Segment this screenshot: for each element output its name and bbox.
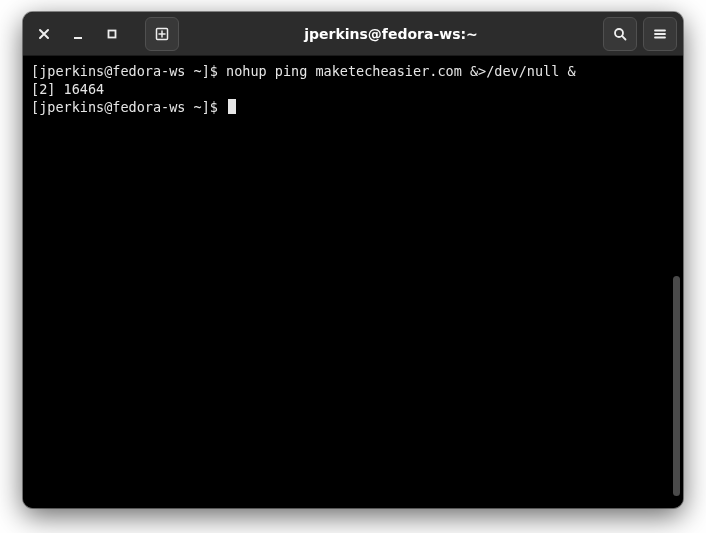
titlebar: jperkins@fedora-ws:~ <box>23 12 683 56</box>
window-controls-right <box>603 17 677 51</box>
close-button[interactable] <box>29 19 59 49</box>
scrollbar-thumb[interactable] <box>673 276 680 496</box>
maximize-icon <box>106 28 118 40</box>
new-tab-button[interactable] <box>145 17 179 51</box>
new-tab-icon <box>155 27 169 41</box>
minimize-icon <box>72 28 84 40</box>
svg-rect-0 <box>74 37 82 39</box>
window-title: jperkins@fedora-ws:~ <box>183 26 599 42</box>
minimize-button[interactable] <box>63 19 93 49</box>
search-icon <box>613 27 627 41</box>
menu-button[interactable] <box>643 17 677 51</box>
svg-rect-1 <box>109 30 116 37</box>
hamburger-icon <box>653 27 667 41</box>
terminal-window: jperkins@fedora-ws:~ [jperkins@fedora-ws… <box>23 12 683 508</box>
terminal-line: [jperkins@fedora-ws ~]$ nohup ping maket… <box>31 62 675 80</box>
close-icon <box>38 28 50 40</box>
terminal-prompt-text: [jperkins@fedora-ws ~]$ <box>31 99 226 115</box>
maximize-button[interactable] <box>97 19 127 49</box>
terminal-prompt-line: [jperkins@fedora-ws ~]$ <box>31 98 675 116</box>
cursor <box>228 99 236 114</box>
window-controls-left <box>29 17 179 51</box>
terminal-body[interactable]: [jperkins@fedora-ws ~]$ nohup ping maket… <box>23 56 683 508</box>
search-button[interactable] <box>603 17 637 51</box>
terminal-line: [2] 16464 <box>31 80 675 98</box>
